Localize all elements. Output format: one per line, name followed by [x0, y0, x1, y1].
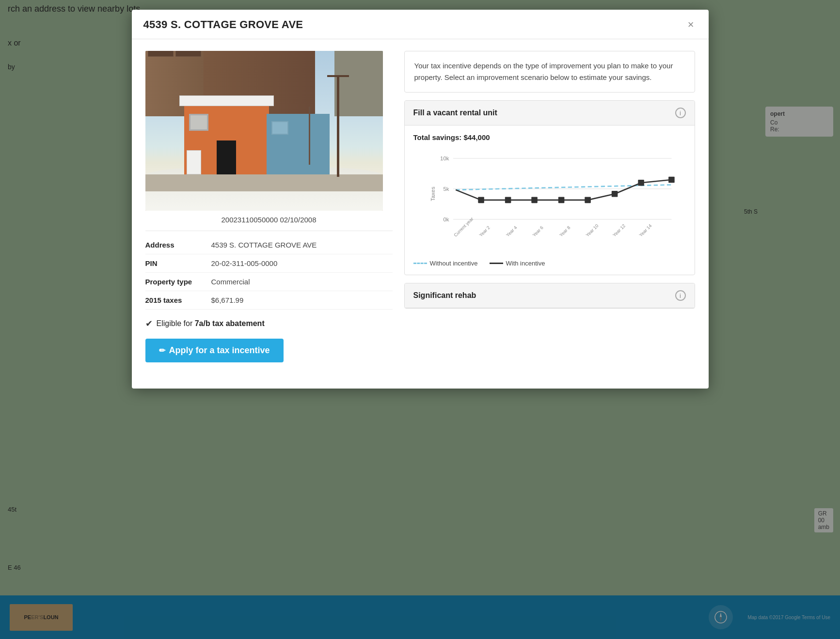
svg-text:Year 14: Year 14 — [638, 223, 652, 237]
without-incentive-label: Without incentive — [430, 260, 478, 267]
svg-text:Year 6: Year 6 — [531, 225, 544, 238]
windows-grid — [148, 51, 201, 57]
chart-svg: 10k 5k 0k Taxes Current year Year 2 Year… — [413, 148, 686, 255]
savings-amount: $44,000 — [463, 133, 490, 141]
utility-pole — [337, 75, 339, 177]
svg-rect-20 — [505, 197, 511, 203]
checkmark-icon: ✔ — [145, 318, 153, 329]
svg-text:Year 12: Year 12 — [611, 223, 626, 237]
detail-row-pin: PIN 20-02-311-005-0000 — [145, 254, 393, 273]
crossbar — [327, 75, 349, 77]
modal-header: 4539 S. COTTAGE GROVE AVE × — [132, 10, 709, 39]
scenario-2-header: Significant rehab i — [405, 283, 695, 308]
address-label: Address — [145, 241, 204, 249]
apply-button-label: Apply for a tax incentive — [169, 345, 270, 356]
tree-trunk — [309, 107, 310, 165]
property-type-value: Commercial — [211, 278, 250, 286]
left-column: 20023110050000 02/10/2008 Address 4539 S… — [145, 51, 393, 362]
svg-text:10k: 10k — [440, 156, 449, 161]
building-orange — [184, 104, 269, 174]
total-savings-label: Total savings: — [413, 133, 462, 141]
address-value: 4539 S. COTTAGE GROVE AVE — [211, 241, 317, 249]
modal-body: 20023110050000 02/10/2008 Address 4539 S… — [132, 39, 709, 374]
legend-without-incentive: Without incentive — [413, 260, 478, 267]
window-orange — [189, 114, 208, 131]
taxes-value: $6,671.99 — [211, 296, 244, 304]
svg-rect-21 — [531, 197, 538, 203]
modal-title: 4539 S. COTTAGE GROVE AVE — [143, 18, 303, 31]
svg-text:5k: 5k — [443, 186, 449, 192]
solid-line-icon — [490, 263, 503, 264]
detail-row-property-type: Property type Commercial — [145, 273, 393, 291]
scenario-1-body: Total savings: $44,000 10k 5k — [405, 125, 695, 275]
property-details: Address 4539 S. COTTAGE GROVE AVE PIN 20… — [145, 236, 393, 310]
apply-tax-incentive-button[interactable]: ✏ Apply for a tax incentive — [145, 339, 284, 362]
with-incentive-label: With incentive — [506, 260, 545, 267]
eligibility-text: Eligible for 7a/b tax abatement — [157, 319, 265, 328]
taxes-label: 2015 taxes — [145, 296, 204, 304]
svg-rect-26 — [668, 177, 675, 183]
chart-legend: Without incentive With incentive — [413, 260, 686, 267]
info-box: Your tax incentive depends on the type o… — [404, 51, 695, 93]
building-blue — [267, 114, 330, 174]
building-scene — [145, 51, 383, 211]
property-meta: 20023110050000 02/10/2008 — [145, 211, 393, 231]
eligibility-bold: 7a/b tax abatement — [195, 319, 265, 327]
eligibility-row: ✔ Eligible for 7a/b tax abatement — [145, 310, 393, 336]
svg-text:Year 2: Year 2 — [478, 225, 491, 238]
right-column: Your tax incentive depends on the type o… — [404, 51, 695, 362]
info-icon-2: i — [680, 292, 681, 299]
pencil-icon: ✏ — [159, 346, 165, 355]
total-savings: Total savings: $44,000 — [413, 133, 686, 141]
detail-row-address: Address 4539 S. COTTAGE GROVE AVE — [145, 236, 393, 254]
road — [145, 174, 383, 191]
dashed-line-icon — [413, 263, 427, 264]
svg-rect-19 — [478, 197, 484, 203]
scenario-1-title: Fill a vacant rental unit — [413, 109, 497, 117]
svg-text:Year 4: Year 4 — [505, 225, 518, 238]
property-type-label: Property type — [145, 278, 204, 286]
svg-rect-23 — [585, 197, 591, 203]
svg-rect-24 — [611, 191, 618, 197]
scenario-1-info-button[interactable]: i — [675, 108, 686, 118]
blue-window — [271, 121, 288, 135]
building-right — [334, 51, 383, 116]
svg-rect-25 — [638, 180, 644, 186]
side-door — [187, 150, 201, 174]
svg-text:Taxes: Taxes — [430, 187, 436, 201]
property-modal: 4539 S. COTTAGE GROVE AVE × — [132, 10, 709, 389]
close-button[interactable]: × — [685, 18, 697, 31]
detail-row-taxes: 2015 taxes $6,671.99 — [145, 291, 393, 310]
pin-label: PIN — [145, 259, 204, 267]
scenario-1-header: Fill a vacant rental unit i — [405, 101, 695, 125]
svg-text:0k: 0k — [443, 217, 449, 222]
door — [217, 140, 236, 174]
info-icon: i — [680, 109, 681, 117]
svg-text:Year 10: Year 10 — [585, 223, 599, 237]
svg-text:Year 8: Year 8 — [558, 225, 571, 238]
legend-with-incentive: With incentive — [490, 260, 545, 267]
scenario-2-info-button[interactable]: i — [675, 290, 686, 301]
pin-value: 20-02-311-005-0000 — [211, 259, 278, 267]
scenario-card-1: Fill a vacant rental unit i Total saving… — [404, 100, 695, 275]
orange-roof — [179, 95, 274, 106]
scenario-card-2: Significant rehab i — [404, 283, 695, 309]
property-image — [145, 51, 383, 211]
svg-rect-22 — [558, 197, 564, 203]
scenario-2-title: Significant rehab — [413, 291, 476, 300]
tax-chart: 10k 5k 0k Taxes Current year Year 2 Year… — [413, 148, 686, 255]
